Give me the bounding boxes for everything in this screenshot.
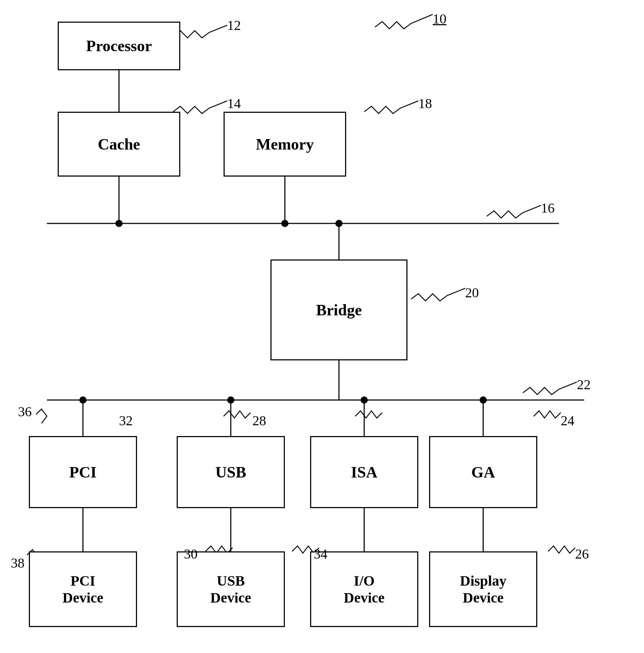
isa-box: ISA bbox=[310, 436, 418, 508]
svg-point-10 bbox=[79, 396, 87, 404]
ref-32: 32 bbox=[119, 413, 133, 428]
memory-box: Memory bbox=[224, 112, 346, 177]
cache-label: Cache bbox=[98, 135, 140, 154]
svg-point-11 bbox=[227, 396, 234, 404]
ref-16: 16 bbox=[541, 200, 555, 216]
ref-30: 30 bbox=[184, 546, 198, 562]
pci-label: PCI bbox=[69, 463, 97, 481]
pci-device-box: PCI Device bbox=[29, 551, 137, 627]
ga-box: GA bbox=[429, 436, 537, 508]
ref-14: 14 bbox=[227, 95, 241, 111]
processor-box: Processor bbox=[58, 22, 180, 70]
usb-device-label: USB Device bbox=[210, 572, 251, 606]
ref-18: 18 bbox=[418, 95, 432, 111]
ref-38: 38 bbox=[11, 555, 25, 571]
ga-label: GA bbox=[471, 463, 495, 481]
svg-point-4 bbox=[115, 220, 123, 227]
usb-label: USB bbox=[215, 463, 246, 481]
ref-36: 36 bbox=[18, 404, 32, 419]
pci-box: PCI bbox=[29, 436, 137, 508]
ref-26: 26 bbox=[575, 546, 589, 562]
ref-22: 22 bbox=[577, 377, 591, 392]
svg-point-6 bbox=[335, 220, 343, 227]
ref-20: 20 bbox=[465, 285, 479, 301]
bridge-label: Bridge bbox=[316, 301, 362, 319]
io-device-label: I/O Device bbox=[344, 572, 384, 606]
ref-10: 10 bbox=[433, 11, 446, 27]
svg-point-12 bbox=[361, 396, 368, 404]
ref-24: 24 bbox=[561, 413, 574, 428]
isa-label: ISA bbox=[351, 463, 377, 481]
io-device-box: I/O Device bbox=[310, 551, 418, 627]
ref-12: 12 bbox=[227, 17, 241, 33]
usb-box: USB bbox=[177, 436, 285, 508]
svg-point-5 bbox=[281, 220, 288, 227]
ref-34: 34 bbox=[314, 546, 327, 562]
bridge-box: Bridge bbox=[270, 259, 407, 360]
ref-28: 28 bbox=[252, 413, 266, 428]
display-device-box: Display Device bbox=[429, 551, 537, 627]
display-device-label: Display Device bbox=[460, 572, 507, 606]
pci-device-label: PCI Device bbox=[62, 572, 103, 606]
memory-label: Memory bbox=[256, 135, 314, 154]
processor-label: Processor bbox=[86, 37, 152, 55]
usb-device-box: USB Device bbox=[177, 551, 285, 627]
svg-point-13 bbox=[480, 396, 487, 404]
cache-box: Cache bbox=[58, 112, 180, 177]
